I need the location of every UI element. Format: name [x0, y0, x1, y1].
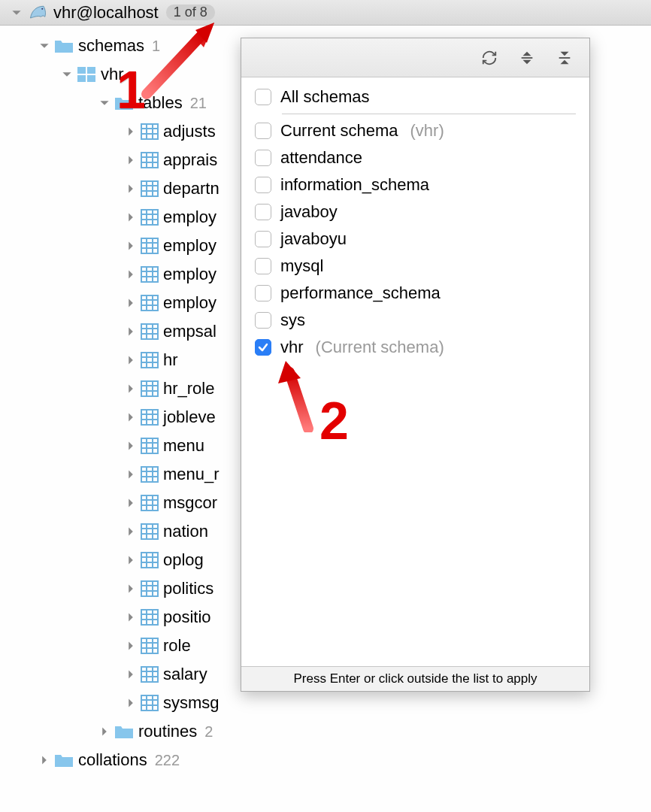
collations-label: collations — [78, 750, 147, 770]
checkbox[interactable] — [255, 339, 271, 356]
svg-rect-30 — [141, 267, 158, 282]
svg-point-0 — [41, 8, 43, 9]
current-schema-hint: (vhr) — [410, 121, 444, 141]
folder-icon — [114, 723, 134, 740]
chevron-right-icon[interactable] — [126, 269, 136, 280]
chevron-down-icon[interactable] — [11, 8, 22, 18]
schema-row[interactable]: attendance — [255, 144, 576, 171]
schema-icon — [77, 66, 96, 83]
all-schemas-row[interactable]: All schemas — [255, 83, 576, 111]
table-name: salary — [163, 665, 207, 684]
schemas-label: schemas — [78, 36, 144, 56]
tables-label: tables — [138, 93, 183, 113]
table-name: nation — [163, 522, 208, 541]
checkbox[interactable] — [255, 150, 271, 166]
table-name: politics — [163, 579, 213, 598]
chevron-right-icon[interactable] — [126, 326, 136, 337]
checkbox[interactable] — [255, 258, 271, 274]
table-name: employ — [163, 265, 216, 284]
chevron-right-icon[interactable] — [126, 241, 136, 251]
schema-row[interactable]: javaboyu — [255, 226, 576, 253]
chevron-down-icon[interactable] — [39, 41, 50, 51]
chevron-right-icon[interactable] — [126, 212, 136, 223]
checkbox[interactable] — [255, 177, 271, 193]
table-name: apprais — [163, 150, 217, 170]
schema-hint: (Current schema) — [316, 338, 444, 357]
table-icon — [141, 152, 159, 168]
collations-node[interactable]: collations 222 — [9, 746, 651, 774]
svg-rect-4 — [87, 75, 95, 82]
svg-rect-55 — [141, 410, 158, 425]
chevron-right-icon[interactable] — [126, 555, 136, 565]
chevron-right-icon[interactable] — [126, 383, 136, 394]
expand-all-icon[interactable] — [519, 50, 535, 66]
schema-name: vhr — [101, 65, 124, 84]
table-icon — [141, 438, 159, 454]
svg-rect-95 — [141, 638, 158, 653]
chevron-right-icon[interactable] — [126, 698, 136, 708]
table-icon — [141, 295, 159, 311]
chevron-right-icon[interactable] — [126, 355, 136, 365]
schema-name: javaboyu — [280, 229, 347, 249]
chevron-right-icon[interactable] — [126, 412, 136, 423]
schema-row[interactable]: sys — [255, 307, 576, 334]
chevron-right-icon[interactable] — [126, 526, 136, 537]
table-icon — [141, 380, 159, 397]
svg-rect-1 — [77, 67, 86, 74]
chevron-down-icon[interactable] — [62, 69, 72, 80]
schema-count-badge[interactable]: 1 of 8 — [166, 5, 215, 20]
chevron-right-icon[interactable] — [126, 641, 136, 651]
chevron-right-icon[interactable] — [99, 726, 110, 737]
chevron-right-icon[interactable] — [126, 183, 136, 194]
collapse-all-icon[interactable] — [556, 50, 573, 66]
table-name: employ — [163, 208, 216, 227]
schema-row[interactable]: performance_schema — [255, 280, 576, 307]
schema-row[interactable]: javaboy — [255, 198, 576, 226]
schema-name: sys — [280, 311, 305, 330]
current-schema-row[interactable]: Current schema (vhr) — [255, 117, 576, 144]
chevron-right-icon[interactable] — [126, 441, 136, 451]
svg-rect-25 — [141, 238, 158, 253]
folder-icon — [114, 95, 134, 111]
table-name: employ — [163, 293, 216, 313]
folder-icon — [54, 752, 74, 768]
svg-rect-20 — [141, 210, 158, 225]
checkbox[interactable] — [255, 312, 271, 329]
connection-label[interactable]: vhr@localhost — [53, 3, 159, 23]
svg-rect-90 — [141, 610, 158, 625]
schema-name: javaboy — [280, 202, 338, 222]
schema-row[interactable]: mysql — [255, 253, 576, 280]
schema-name: performance_schema — [280, 283, 441, 303]
table-icon — [141, 609, 159, 626]
checkbox[interactable] — [255, 285, 271, 301]
mysql-dolphin-icon — [28, 2, 49, 23]
routines-node[interactable]: routines 2 — [9, 717, 651, 746]
svg-rect-40 — [141, 324, 158, 339]
svg-rect-80 — [141, 553, 158, 568]
refresh-icon[interactable] — [481, 50, 498, 66]
chevron-right-icon[interactable] — [126, 155, 136, 165]
table-icon — [141, 580, 159, 597]
chevron-right-icon[interactable] — [126, 298, 136, 308]
chevron-right-icon[interactable] — [126, 669, 136, 680]
chevron-right-icon[interactable] — [126, 126, 136, 137]
schema-row[interactable]: information_schema — [255, 171, 576, 198]
table-name: employ — [163, 236, 216, 256]
chevron-right-icon[interactable] — [126, 612, 136, 623]
schema-row[interactable]: vhr(Current schema) — [255, 334, 576, 361]
checkbox[interactable] — [255, 231, 271, 247]
chevron-right-icon[interactable] — [39, 755, 50, 765]
checkbox[interactable] — [255, 204, 271, 220]
svg-rect-110 — [522, 57, 533, 59]
chevron-right-icon[interactable] — [126, 498, 136, 508]
table-name: hr_role — [163, 379, 214, 398]
routines-label: routines — [138, 722, 197, 741]
popup-body: All schemas Current schema (vhr) attenda… — [241, 77, 589, 666]
chevron-right-icon[interactable] — [126, 583, 136, 594]
checkbox[interactable] — [255, 89, 271, 105]
table-node[interactable]: sysmsg — [9, 689, 651, 717]
chevron-right-icon[interactable] — [126, 469, 136, 480]
checkbox[interactable] — [255, 123, 271, 139]
divider — [282, 114, 576, 114]
chevron-down-icon[interactable] — [99, 98, 110, 108]
